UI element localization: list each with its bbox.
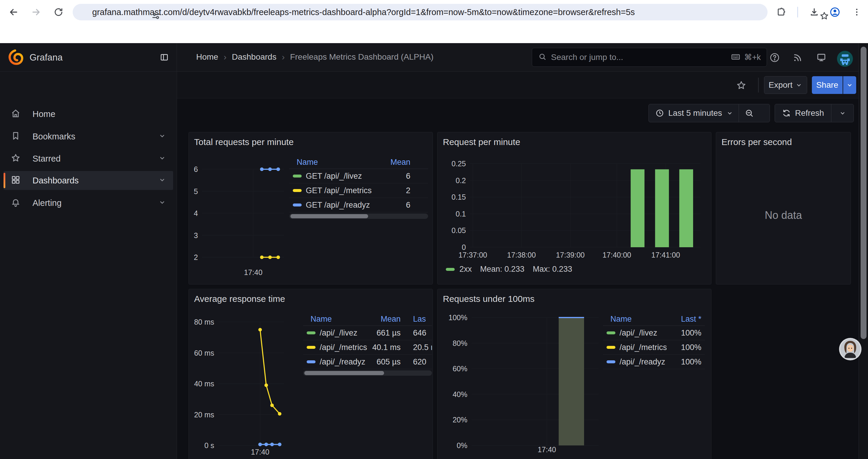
series-name[interactable]: /api/_/readyz <box>320 357 368 366</box>
reload-button[interactable] <box>53 6 64 18</box>
legend-row[interactable]: /api/_/metrics 100% <box>603 340 705 355</box>
time-range-label[interactable]: Last 5 minutes <box>668 108 722 118</box>
help-icon[interactable] <box>769 52 780 64</box>
svg-text:100%: 100% <box>448 314 467 322</box>
share-dropdown-button[interactable] <box>843 76 856 94</box>
svg-text:80 ms: 80 ms <box>194 318 214 326</box>
url-input[interactable] <box>92 7 768 17</box>
kiosk-monitor-icon[interactable] <box>816 52 827 64</box>
legend-header-last[interactable]: Las <box>404 315 432 324</box>
page-scrollbar[interactable] <box>859 43 868 459</box>
share-label: Share <box>816 80 838 90</box>
refresh-sync-icon <box>782 109 791 118</box>
legend-header-name[interactable]: Name <box>603 315 666 324</box>
favorite-star-icon[interactable] <box>736 80 747 92</box>
profile-icon[interactable] <box>829 6 841 18</box>
legend-header-last[interactable]: Last * <box>666 315 705 324</box>
series-name[interactable]: GET /api/_/livez <box>306 172 381 181</box>
sidebar-item-label: Alerting <box>32 198 61 208</box>
legend-header-mean[interactable]: Mean <box>381 158 428 167</box>
series-color-pill <box>607 360 615 363</box>
scrollbar-thumb[interactable] <box>861 47 867 339</box>
legend-scrollbar[interactable] <box>303 370 432 376</box>
legend-header-name[interactable]: Name <box>303 315 368 324</box>
panel-errors-per-second: Errors per second No data <box>716 132 851 285</box>
search-bar[interactable]: ⌘+k <box>532 48 767 67</box>
bar-chart[interactable]: 0.250.20.150.10.05017:37:0017:38:0017:39… <box>438 132 711 284</box>
site-settings-icon[interactable] <box>150 10 162 22</box>
legend-row[interactable]: /api/_/metrics 40.1 ms 20.5 r <box>303 340 432 355</box>
sidebar-item-dashboards[interactable]: Dashboards <box>4 171 173 190</box>
legend-row[interactable]: GET /api/_/livez 6 <box>289 169 428 184</box>
legend-scrollbar[interactable] <box>289 214 428 219</box>
breadcrumb-dashboards[interactable]: Dashboards <box>232 52 277 62</box>
sidebar-item-alerting[interactable]: Alerting <box>4 193 173 212</box>
sidebar-item-label: Dashboards <box>32 176 79 186</box>
svg-text:0 s: 0 s <box>205 441 214 450</box>
svg-text:20%: 20% <box>453 416 467 424</box>
legend-row[interactable]: /api/_/readyz 100% <box>603 355 705 369</box>
scrollbar-thumb[interactable] <box>290 214 368 218</box>
menu-kebab-icon[interactable] <box>851 6 863 18</box>
series-name[interactable]: GET /api/_/readyz <box>306 201 381 210</box>
series-color-pill <box>293 174 302 177</box>
series-name[interactable]: /api/_/readyz <box>620 357 666 366</box>
chevron-down-icon[interactable] <box>158 176 166 185</box>
legend-header-name[interactable]: Name <box>289 158 381 167</box>
refresh-interval-dropdown[interactable] <box>831 109 854 117</box>
series-name[interactable]: /api/_/metrics <box>320 343 368 352</box>
legend-row[interactable]: /api/_/livez 661 µs 646 <box>303 326 432 340</box>
user-avatar[interactable] <box>837 51 853 68</box>
legend-header: Name Last * <box>603 313 705 326</box>
legend-row[interactable]: GET /api/_/metrics 2 <box>289 184 428 198</box>
sidebar-item-starred[interactable]: Starred <box>4 149 173 168</box>
url-bar[interactable] <box>73 4 768 21</box>
legend-table: Name Last * /api/_/livez 100% /api/_/met… <box>603 313 705 369</box>
breadcrumb-current: Freeleaps Metrics Dashboard (ALPHA) <box>290 52 434 62</box>
sidebar-item-home[interactable]: Home <box>4 104 173 124</box>
series-name[interactable]: /api/_/livez <box>620 328 666 338</box>
grafana-logo[interactable] <box>7 49 24 67</box>
chevron-down-icon[interactable] <box>158 198 166 207</box>
scrollbar-thumb[interactable] <box>304 371 384 375</box>
bookmarks-bar: Freeleaps 收藏博客 <box>0 24 868 43</box>
breadcrumb-separator: › <box>277 52 290 62</box>
svg-text:0.25: 0.25 <box>452 160 466 168</box>
svg-text:40%: 40% <box>453 390 467 398</box>
svg-text:0.2: 0.2 <box>456 176 466 185</box>
series-last: 20.5 r <box>404 343 432 352</box>
refresh-label[interactable]: Refresh <box>795 108 824 118</box>
zoom-out-button[interactable] <box>739 108 760 118</box>
series-color-pill <box>307 331 315 334</box>
floating-assistant-avatar[interactable] <box>838 337 862 361</box>
legend-row[interactable]: GET /api/_/readyz 6 <box>289 198 428 212</box>
sidebar-item-bookmarks[interactable]: Bookmarks <box>4 127 173 146</box>
series-name[interactable]: GET /api/_/metrics <box>306 186 381 195</box>
search-input[interactable] <box>551 53 731 62</box>
legend-line[interactable]: 2xx Mean: 0.233 Max: 0.233 <box>446 265 572 274</box>
series-name[interactable]: 2xx <box>459 265 472 274</box>
legend-row[interactable]: /api/_/livez 100% <box>603 326 705 340</box>
back-button[interactable] <box>8 6 20 18</box>
sidebar-toggle-icon[interactable] <box>159 53 169 63</box>
time-controls-row: Last 5 minutes Refresh <box>177 98 868 131</box>
clock-icon <box>655 109 664 118</box>
share-button[interactable]: Share <box>812 76 843 94</box>
legend-header-mean[interactable]: Mean <box>368 315 404 324</box>
bookmark-star-icon[interactable] <box>818 10 830 22</box>
export-button[interactable]: Export <box>764 76 807 94</box>
forward-button[interactable] <box>30 6 42 18</box>
news-rss-icon[interactable] <box>793 52 803 64</box>
download-icon[interactable] <box>808 6 820 18</box>
series-name[interactable]: /api/_/livez <box>320 328 368 338</box>
breadcrumb-home[interactable]: Home <box>196 52 218 62</box>
series-name[interactable]: /api/_/metrics <box>620 343 666 352</box>
chevron-down-icon[interactable] <box>158 154 166 163</box>
chevron-down-icon[interactable] <box>158 132 166 141</box>
series-color-pill <box>293 189 302 192</box>
series-mean: 2 <box>381 186 428 195</box>
panel-title[interactable]: Errors per second <box>721 137 792 147</box>
series-color-pill <box>607 331 615 334</box>
extensions-icon[interactable] <box>775 6 787 18</box>
legend-row[interactable]: /api/_/readyz 605 µs 620 <box>303 355 432 369</box>
